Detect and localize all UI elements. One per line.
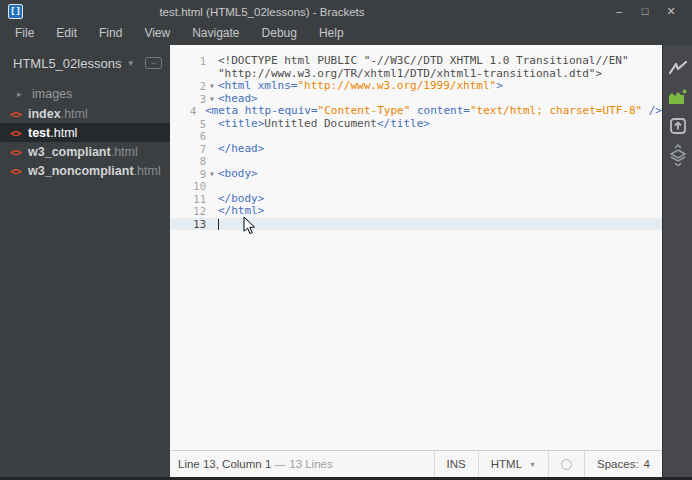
fold-gutter-spacer xyxy=(196,105,205,118)
file-list: <>index.html<>test.html<>w3_compliant.ht… xyxy=(0,104,170,180)
line-number xyxy=(170,68,206,81)
maximize-button[interactable]: □ xyxy=(632,0,658,22)
extension-toolbar xyxy=(662,45,692,477)
code-row[interactable]: 5<title>Untitled Document</title> xyxy=(170,118,662,131)
line-number: 2 xyxy=(170,80,206,93)
folder-name: images xyxy=(32,87,72,101)
minimize-button[interactable]: – xyxy=(606,0,632,22)
code-line-text: </head> xyxy=(218,143,662,156)
code-row[interactable]: 13 xyxy=(170,218,662,231)
line-number: 13 xyxy=(170,218,206,231)
line-number: 12 xyxy=(170,205,206,218)
html-file-icon: <> xyxy=(10,146,28,158)
line-number: 4 xyxy=(170,105,196,118)
fold-gutter-spacer xyxy=(206,68,218,81)
fold-gutter-spacer xyxy=(206,130,218,143)
extract-extension-icon[interactable] xyxy=(667,86,689,108)
line-number: 7 xyxy=(170,143,206,156)
line-number: 11 xyxy=(170,193,206,206)
code-row[interactable]: 12</html> xyxy=(170,205,662,218)
line-number: 10 xyxy=(170,180,206,193)
language-dropdown[interactable]: HTML ▼ xyxy=(478,451,548,477)
code-editor[interactable]: 1<!DOCTYPE html PUBLIC "-//W3C//DTD XHTM… xyxy=(170,45,662,450)
file-tree: ▸ images <>index.html<>test.html<>w3_com… xyxy=(0,83,170,180)
code-line-text xyxy=(218,130,662,143)
chevron-right-icon: ▸ xyxy=(17,89,32,99)
upload-extension-icon[interactable] xyxy=(667,115,689,137)
fold-arrow-icon[interactable]: ▼ xyxy=(206,168,218,181)
code-line-text: <body> xyxy=(218,168,662,181)
line-count-status: — 13 Lines xyxy=(271,458,332,470)
menu-item-find[interactable]: Find xyxy=(88,22,133,45)
code-row[interactable]: 7</head> xyxy=(170,143,662,156)
code-row[interactable]: 9▼<body> xyxy=(170,168,662,181)
folder-item-images[interactable]: ▸ images xyxy=(0,83,170,104)
circle-status-icon xyxy=(561,459,572,470)
title-bar: [] test.html (HTML5_02lessons) - Bracket… xyxy=(0,0,692,22)
live-preview-icon[interactable] xyxy=(667,57,689,79)
split-view-icon[interactable]: ↔ xyxy=(145,57,162,69)
menu-item-help[interactable]: Help xyxy=(308,22,355,45)
chevron-down-icon: ▼ xyxy=(529,461,536,468)
chevron-down-icon: ▾ xyxy=(128,58,145,68)
project-sidebar: HTML5_02lessons ▾ ↔ ▸ images <>index.htm… xyxy=(0,45,170,477)
code-line-text xyxy=(218,155,662,168)
file-name: test xyxy=(28,126,50,140)
html-file-icon: <> xyxy=(10,165,28,177)
menu-item-debug[interactable]: Debug xyxy=(251,22,308,45)
fold-gutter-spacer xyxy=(206,193,218,206)
menu-item-edit[interactable]: Edit xyxy=(45,22,88,45)
line-number: 1 xyxy=(170,55,206,68)
fold-gutter-spacer xyxy=(206,180,218,193)
code-line-text: </html> xyxy=(218,205,662,218)
menu-item-navigate[interactable]: Navigate xyxy=(181,22,250,45)
line-number: 5 xyxy=(170,118,206,131)
indent-settings-toggle[interactable]: Spaces: 4 xyxy=(584,451,662,477)
project-dropdown[interactable]: HTML5_02lessons ▾ ↔ xyxy=(0,45,170,73)
menu-item-file[interactable]: File xyxy=(4,22,45,45)
fold-gutter-spacer xyxy=(206,143,218,156)
html-file-icon: <> xyxy=(10,127,28,139)
file-extension: .html xyxy=(111,145,138,159)
line-number: 8 xyxy=(170,155,206,168)
code-rows: 1<!DOCTYPE html PUBLIC "-//W3C//DTD XHTM… xyxy=(170,45,662,230)
fold-gutter-spacer xyxy=(206,118,218,131)
html-file-icon: <> xyxy=(10,108,28,120)
code-line-text: <html xmlns="http://www.w3.org/1999/xhtm… xyxy=(218,80,662,93)
project-name: HTML5_02lessons xyxy=(13,56,121,71)
extension-status-indicator[interactable] xyxy=(548,451,584,477)
brackets-window: [] test.html (HTML5_02lessons) - Bracket… xyxy=(0,0,692,480)
menu-bar: FileEditFindViewNavigateDebugHelp xyxy=(0,22,692,45)
file-item-w3_noncompliant[interactable]: <>w3_noncompliant.html xyxy=(0,161,170,180)
code-line-text xyxy=(218,218,662,231)
window-title: test.html (HTML5_02lessons) - Brackets xyxy=(0,0,524,22)
line-number: 3 xyxy=(170,93,206,106)
menu-item-view[interactable]: View xyxy=(133,22,181,45)
text-cursor xyxy=(218,219,219,230)
file-item-test[interactable]: <>test.html xyxy=(0,123,170,142)
code-line-text: <title>Untitled Document</title> xyxy=(218,118,662,131)
file-extension: .html xyxy=(134,164,161,178)
file-extension: .html xyxy=(61,107,88,121)
line-number: 6 xyxy=(170,130,206,143)
file-extension: .html xyxy=(50,126,77,140)
code-line-text: </body> xyxy=(218,193,662,206)
layers-extension-icon[interactable] xyxy=(667,144,689,166)
file-name: w3_noncompliant xyxy=(28,164,134,178)
close-button[interactable]: ✕ xyxy=(658,0,684,22)
fold-gutter-spacer xyxy=(206,155,218,168)
window-controls: – □ ✕ xyxy=(606,0,684,22)
fold-arrow-icon[interactable]: ▼ xyxy=(206,80,218,93)
line-number: 9 xyxy=(170,168,206,181)
status-bar: Line 13, Column 1 — 13 Lines INS HTML ▼ … xyxy=(170,450,662,477)
file-name: index xyxy=(28,107,61,121)
fold-gutter-spacer xyxy=(206,55,218,68)
fold-gutter-spacer xyxy=(206,218,218,231)
insert-mode-toggle[interactable]: INS xyxy=(434,451,478,477)
file-name: w3_compliant xyxy=(28,145,111,159)
code-line-text xyxy=(218,180,662,193)
fold-gutter-spacer xyxy=(206,205,218,218)
cursor-position-status: Line 13, Column 1 — 13 Lines xyxy=(170,458,434,470)
file-item-w3_compliant[interactable]: <>w3_compliant.html xyxy=(0,142,170,161)
file-item-index[interactable]: <>index.html xyxy=(0,104,170,123)
